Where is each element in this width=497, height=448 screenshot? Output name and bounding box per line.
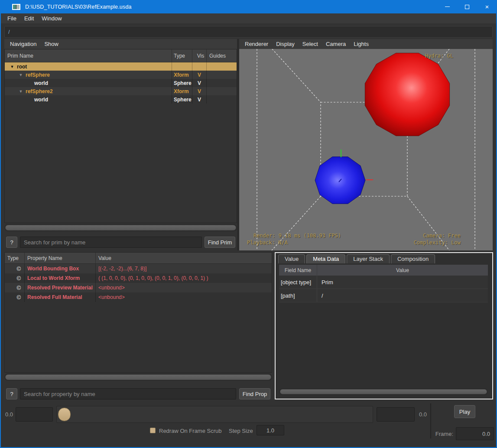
prim-name: root xyxy=(17,64,27,70)
hud-playback: Playback: N/A xyxy=(247,240,288,246)
expand-arrow-icon[interactable]: ▼ xyxy=(16,89,26,94)
expand-arrow-icon[interactable]: ▼ xyxy=(16,73,26,77)
play-label: Play xyxy=(459,409,470,415)
metadata-header: Field Name Value xyxy=(279,265,488,276)
prim-vis-cell[interactable]: V xyxy=(192,71,207,79)
prim-search-help-button[interactable]: ? xyxy=(6,237,17,248)
tab-meta-data[interactable]: Meta Data xyxy=(306,254,345,263)
prim-search-input[interactable] xyxy=(20,237,202,248)
menu-edit[interactable]: Edit xyxy=(20,15,38,22)
browser-menu-navigation[interactable]: Navigation xyxy=(6,41,40,47)
relationship-icon: © xyxy=(5,292,25,302)
metadata-row[interactable]: [object type]Prim xyxy=(279,276,488,289)
prim-vis-cell[interactable]: V xyxy=(192,87,207,95)
metadata-field-value: Prim xyxy=(317,276,488,289)
prim-path-input[interactable] xyxy=(4,26,493,38)
close-button[interactable]: × xyxy=(477,0,497,13)
find-prop-button[interactable]: Find Prop xyxy=(239,388,270,399)
tab-value[interactable]: Value xyxy=(278,254,305,263)
viewport-menu-display[interactable]: Display xyxy=(272,41,299,47)
relationship-icon: © xyxy=(5,264,25,273)
prim-guides-cell xyxy=(207,79,237,87)
property-hscrollbar[interactable] xyxy=(4,373,272,381)
play-button[interactable]: Play xyxy=(454,405,475,418)
inspector-panel: ValueMeta DataLayer StackComposition Fie… xyxy=(275,252,493,399)
timeline-divider xyxy=(430,403,431,438)
minimize-button[interactable] xyxy=(437,0,457,13)
property-row[interactable]: ©Resolved Preview Material<unbound> xyxy=(5,283,272,292)
titlebar: D:\USD_TUTORIALS\03\RefExample.usda × xyxy=(0,0,497,13)
property-value: [(-2, -2, -2)...(6, 7, 8)] xyxy=(96,266,272,272)
prim-row-refSphere[interactable]: ▼refSphereXformV xyxy=(5,71,237,79)
metadata-table: Field Name Value [object type]Prim[path]… xyxy=(279,265,488,302)
browser-menu-show[interactable]: Show xyxy=(40,41,62,47)
prim-tree-header: Prim Name Type Vis Guides xyxy=(5,49,237,62)
tab-layer-stack[interactable]: Layer Stack xyxy=(347,254,390,263)
find-prim-button[interactable]: Find Prim xyxy=(205,237,235,248)
metadata-row[interactable]: [path]/ xyxy=(279,289,488,302)
col-prim-name: Prim Name xyxy=(5,49,172,62)
prim-row-world[interactable]: worldSphereV xyxy=(5,95,237,104)
expand-arrow-icon[interactable]: ▼ xyxy=(7,65,17,69)
col-prop-name: Property Name xyxy=(25,253,96,263)
maximize-icon xyxy=(465,5,469,9)
col-vis: Vis xyxy=(192,49,207,62)
viewport-menu-camera[interactable]: Camera xyxy=(322,41,350,47)
menu-file[interactable]: File xyxy=(3,15,20,22)
tab-composition[interactable]: Composition xyxy=(391,254,435,263)
property-row[interactable]: ©Local to World Xform( (1, 0, 0, 0), (0,… xyxy=(5,273,272,283)
prim-tree-hscrollbar[interactable] xyxy=(4,224,237,231)
frame-input[interactable] xyxy=(456,427,494,440)
col-field-value: Value xyxy=(317,265,488,276)
help-icon: ? xyxy=(10,239,13,246)
prim-name: world xyxy=(34,80,48,86)
prim-type-cell: Xform xyxy=(172,87,192,95)
range-start-label: 0.0 xyxy=(5,411,13,418)
viewport-menubar: RendererDisplaySelectCameraLights xyxy=(239,39,493,49)
viewport-canvas[interactable]: Hydra: GL Render: 9.18 ms (108.93 FPS) P… xyxy=(239,49,493,250)
redraw-checkbox[interactable] xyxy=(150,428,156,433)
hud-complexity: Complexity: Low xyxy=(414,240,461,246)
last-frame-input[interactable] xyxy=(377,407,415,422)
property-name: Resolved Preview Material xyxy=(25,283,96,292)
metadata-hscrollbar[interactable] xyxy=(279,388,488,395)
viewport-menu-select[interactable]: Select xyxy=(299,41,322,47)
prim-row-root[interactable]: ▼root xyxy=(5,62,237,71)
menu-window[interactable]: Window xyxy=(38,15,65,22)
maximize-button[interactable] xyxy=(457,0,477,13)
help-icon: ? xyxy=(10,391,13,397)
frame-slider[interactable] xyxy=(56,406,373,423)
red-sphere[interactable] xyxy=(365,53,449,136)
property-row[interactable]: ©Resolved Full Material<unbound> xyxy=(5,292,272,302)
frame-slider-handle[interactable] xyxy=(58,408,71,421)
prim-vis-cell[interactable]: V xyxy=(192,95,207,104)
range-end-label: 0.0 xyxy=(419,411,427,418)
viewport-menu-lights[interactable]: Lights xyxy=(350,41,373,47)
relationship-icon: © xyxy=(5,273,25,283)
prim-guides-cell xyxy=(207,71,237,79)
prim-type-cell xyxy=(172,62,192,71)
inspector-tabs: ValueMeta DataLayer StackComposition xyxy=(278,254,435,263)
app-icon xyxy=(12,4,20,10)
viewport-menu-renderer[interactable]: Renderer xyxy=(241,41,272,47)
prim-vis-cell[interactable] xyxy=(192,62,207,71)
prim-row-refSphere2[interactable]: ▼refSphere2XformV xyxy=(5,87,237,95)
prim-row-world[interactable]: worldSphereV xyxy=(5,79,237,87)
prim-tree: Prim Name Type Vis Guides ▼root▼refSpher… xyxy=(4,49,237,223)
property-name: World Bounding Box xyxy=(25,264,96,273)
prim-guides-cell xyxy=(207,62,237,71)
minimize-icon xyxy=(445,6,450,7)
first-frame-input[interactable] xyxy=(16,407,53,422)
property-table: Type Property Name Value ©World Bounding… xyxy=(4,252,272,373)
metadata-field-name: [object type] xyxy=(279,276,317,289)
prim-type-cell: Sphere xyxy=(172,95,192,104)
step-size-input[interactable] xyxy=(257,425,284,435)
step-size-label: Step Size xyxy=(229,428,253,434)
property-row[interactable]: ©World Bounding Box[(-2, -2, -2)...(6, 7… xyxy=(5,264,272,273)
property-search-input[interactable] xyxy=(20,388,236,399)
prim-vis-cell[interactable]: V xyxy=(192,79,207,87)
property-search-help-button[interactable]: ? xyxy=(6,388,17,399)
property-value: <unbound> xyxy=(96,294,272,300)
usdview-window: D:\USD_TUTORIALS\03\RefExample.usda × Fi… xyxy=(0,0,497,448)
col-prop-type: Type xyxy=(5,253,25,263)
